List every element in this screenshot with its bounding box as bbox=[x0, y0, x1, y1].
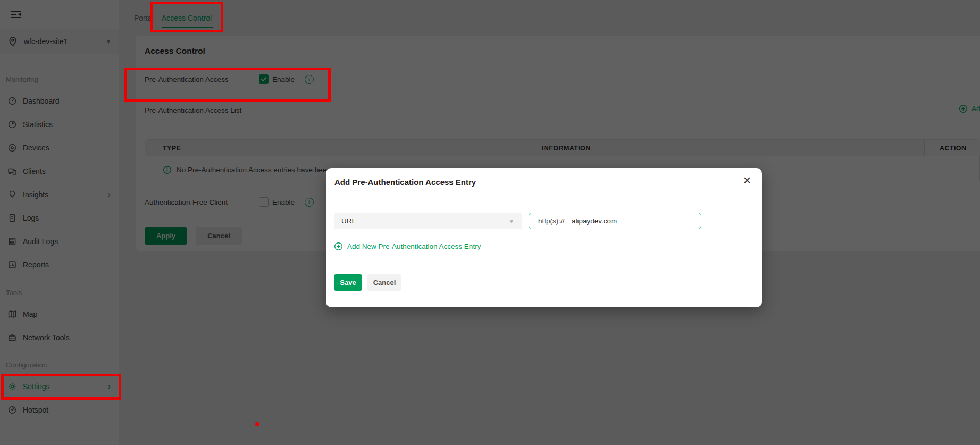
url-prefix-label: http(s):// bbox=[538, 217, 565, 225]
plus-circle-icon bbox=[334, 242, 343, 251]
entry-type-select[interactable]: URL ▼ bbox=[334, 213, 522, 229]
url-input-value: alipaydev.com bbox=[572, 217, 617, 225]
dialog-title: Add Pre-Authentication Access Entry bbox=[334, 178, 476, 187]
save-button[interactable]: Save bbox=[334, 274, 362, 291]
text-cursor bbox=[569, 216, 570, 225]
url-input[interactable]: http(s):// alipaydev.com bbox=[529, 213, 701, 229]
dialog-cancel-button[interactable]: Cancel bbox=[367, 274, 401, 291]
add-new-entry-link-label: Add New Pre-Authentication Access Entry bbox=[347, 242, 481, 250]
chevron-down-icon: ▼ bbox=[508, 217, 515, 225]
add-new-entry-link[interactable]: Add New Pre-Authentication Access Entry bbox=[334, 242, 481, 251]
app-root: wfc-dev-site1 ▼ Monitoring Dashboard Sta… bbox=[0, 0, 980, 445]
close-icon[interactable]: ✕ bbox=[743, 175, 751, 186]
add-pre-auth-entry-dialog: Add Pre-Authentication Access Entry ✕ UR… bbox=[326, 168, 762, 307]
entry-type-value: URL bbox=[341, 217, 508, 225]
